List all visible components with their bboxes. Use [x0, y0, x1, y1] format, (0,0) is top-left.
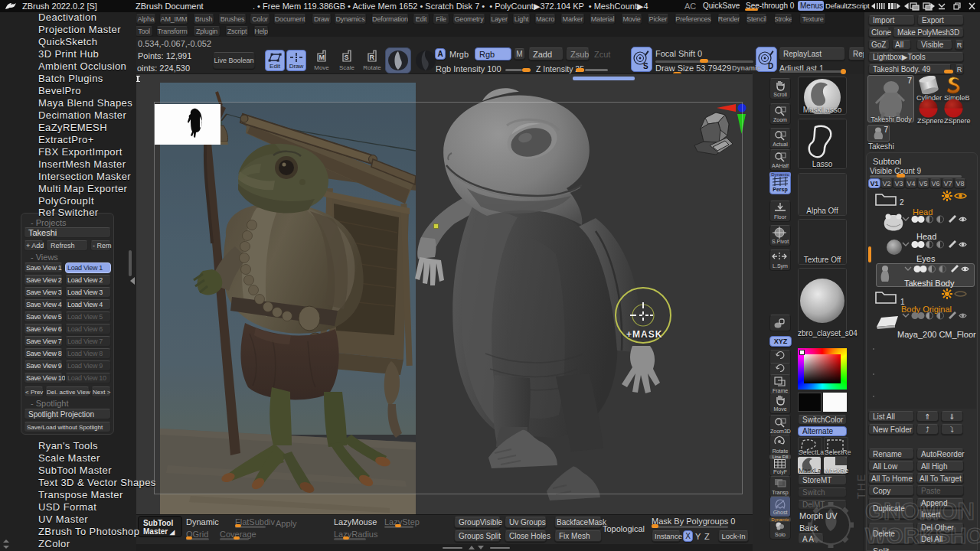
svg-text:S: S — [345, 54, 349, 61]
svg-text:R: R — [370, 54, 375, 61]
svg-text:S: S — [643, 62, 648, 70]
svg-text:M: M — [319, 54, 325, 61]
svg-text:D: D — [768, 62, 773, 70]
